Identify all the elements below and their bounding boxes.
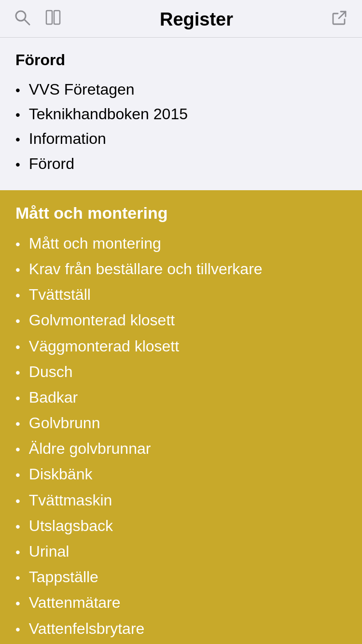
matt-list-item[interactable]: •Tvättmaskin (15, 488, 347, 514)
matt-list-item[interactable]: •Vattenmätare (15, 590, 347, 616)
matt-list-item[interactable]: •Urinal (15, 539, 347, 565)
svg-rect-3 (54, 11, 60, 24)
bullet-icon: • (15, 235, 20, 253)
bullet-icon: • (15, 389, 20, 407)
svg-rect-2 (46, 11, 52, 24)
book-icon[interactable] (44, 9, 62, 30)
matt-list-item[interactable]: •Golvbrunn (15, 411, 347, 436)
svg-line-4 (339, 12, 346, 18)
bullet-icon: • (15, 81, 20, 99)
matt-list-item[interactable]: •Utslagsback (15, 514, 347, 539)
matt-list-item[interactable]: •Diskbänk (15, 462, 347, 488)
bullet-icon: • (15, 337, 20, 356)
bullet-icon: • (15, 491, 20, 510)
page-title: Register (62, 9, 331, 30)
matt-list-item[interactable]: •Golvmonterad klosett (15, 308, 347, 334)
matt-list-item[interactable]: •Badkar (15, 385, 347, 411)
forord-title: Förord (15, 51, 347, 69)
bullet-icon: • (15, 620, 20, 639)
bullet-icon: • (15, 286, 20, 305)
matt-list-item[interactable]: •Väggmonterad klosett (15, 334, 347, 360)
matt-title: Mått och montering (15, 204, 347, 223)
matt-section: Mått och montering •Mått och montering•K… (0, 190, 362, 644)
forord-list-item[interactable]: •Information (15, 127, 347, 152)
svg-line-1 (25, 20, 29, 25)
matt-list-item[interactable]: •Krav från beställare och tillverkare (15, 257, 347, 282)
bullet-icon: • (15, 414, 20, 433)
forord-list-item[interactable]: •Förord (15, 152, 347, 177)
bullet-icon: • (15, 440, 20, 459)
forord-section: Förord •VVS Företagen•Teknikhandboken 20… (0, 38, 362, 190)
matt-list-item[interactable]: •Tappvattenvärmare (15, 642, 347, 644)
matt-list: •Mått och montering•Krav från beställare… (15, 231, 347, 644)
bullet-icon: • (15, 260, 20, 279)
bullet-icon: • (15, 543, 20, 561)
bullet-icon: • (15, 594, 20, 613)
bullet-icon: • (15, 105, 20, 124)
app-header: Register (0, 0, 362, 38)
bullet-icon: • (15, 155, 20, 174)
matt-list-item[interactable]: •Tappställe (15, 565, 347, 590)
search-icon[interactable] (14, 9, 31, 30)
bullet-icon: • (15, 311, 20, 330)
matt-list-item[interactable]: •Tvättställ (15, 282, 347, 308)
bullet-icon: • (15, 130, 20, 149)
forord-list-item[interactable]: •VVS Företagen (15, 78, 347, 102)
matt-list-item[interactable]: •Vattenfelsbrytare (15, 616, 347, 642)
bullet-icon: • (15, 517, 20, 536)
share-icon[interactable] (331, 9, 348, 30)
forord-list: •VVS Företagen•Teknikhandboken 2015•Info… (15, 78, 347, 177)
bullet-icon: • (15, 568, 20, 587)
matt-list-item[interactable]: •Mått och montering (15, 231, 347, 257)
forord-list-item[interactable]: •Teknikhandboken 2015 (15, 102, 347, 127)
bullet-icon: • (15, 465, 20, 484)
matt-list-item[interactable]: •Äldre golvbrunnar (15, 436, 347, 462)
header-left-icons (14, 9, 62, 30)
bullet-icon: • (15, 363, 20, 382)
matt-list-item[interactable]: •Dusch (15, 360, 347, 385)
